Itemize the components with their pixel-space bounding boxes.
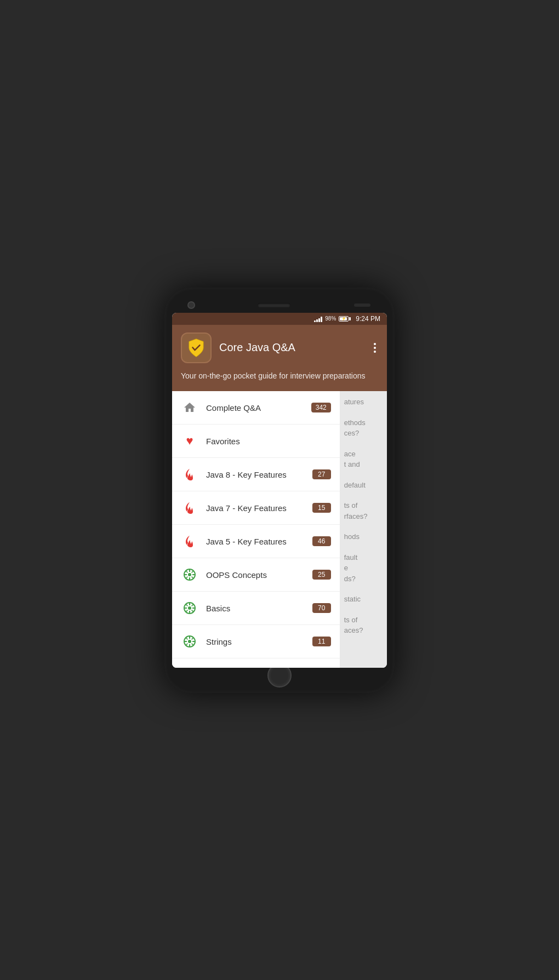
menu-item-oops[interactable]: OOPS Concepts 25: [172, 558, 340, 592]
status-time: 9:24 PM: [356, 315, 380, 323]
svg-line-17: [192, 610, 194, 612]
charging-bolt: ⚡: [341, 317, 346, 321]
status-bar: 98% ⚡ 9:24 PM: [172, 313, 387, 325]
svg-point-1: [188, 573, 191, 576]
right-panel-text: atures ethodsces? acet and default ts of…: [340, 391, 387, 641]
menu-item-basics[interactable]: Basics 70: [172, 592, 340, 625]
battery-icon: ⚡: [339, 316, 351, 322]
fire-icon-wrap-java7: [181, 499, 198, 517]
svg-line-8: [192, 571, 194, 573]
menu-label-oops: OOPS Concepts: [206, 570, 312, 580]
menu-label-java8: Java 8 - Key Features: [206, 470, 312, 479]
heart-icon: ♥: [186, 435, 193, 447]
heart-icon-wrap: ♥: [181, 432, 198, 450]
right-text-2: ethodsces?: [344, 417, 383, 439]
svg-line-26: [186, 638, 188, 640]
wheel-icon-wrap-oops: [181, 566, 198, 583]
right-content-panel: atures ethodsces? acet and default ts of…: [340, 391, 387, 667]
menu-badge-strings: 11: [312, 637, 331, 646]
app-header: Core Java Q&A Your on-the-go pocket guid…: [172, 325, 387, 392]
svg-line-27: [192, 644, 194, 646]
home-icon-wrap: [181, 399, 198, 416]
menu-badge-complete-qa: 342: [311, 403, 331, 412]
right-text-4: default: [344, 480, 383, 491]
phone-device: 98% ⚡ 9:24 PM: [164, 288, 395, 693]
signal-icon: [314, 316, 322, 322]
right-text-5: ts ofrfaces?: [344, 500, 383, 521]
wheel-icon-strings: [183, 635, 196, 648]
sensor: [354, 303, 370, 307]
wheel-icon-wrap-basics: [181, 599, 198, 617]
fire-icon-java7: [183, 501, 196, 514]
right-text-9: ts ofaces?: [344, 615, 383, 636]
wheel-icon-basics: [183, 601, 196, 615]
svg-point-11: [188, 606, 191, 610]
menu-badge-java5: 46: [312, 536, 331, 546]
wheel-icon-wrap-strings: [181, 633, 198, 650]
right-text-1: atures: [344, 397, 383, 408]
menu-item-favorites[interactable]: ♥ Favorites: [172, 425, 340, 458]
svg-line-19: [186, 610, 188, 612]
svg-line-18: [192, 604, 194, 606]
menu-item-collections[interactable]: Collections 57: [172, 658, 340, 667]
wheel-icon-oops: [183, 568, 196, 581]
right-text-7: faulteds?: [344, 552, 383, 584]
menu-label-java7: Java 7 - Key Features: [206, 503, 312, 513]
right-text-3: acet and: [344, 449, 383, 470]
phone-screen: 98% ⚡ 9:24 PM: [172, 313, 387, 668]
menu-badge-java7: 15: [312, 503, 331, 513]
menu-item-java5[interactable]: Java 5 - Key Features 46: [172, 525, 340, 558]
battery-percent: 98%: [325, 316, 336, 322]
menu-item-java8[interactable]: Java 8 - Key Features 27: [172, 458, 340, 491]
svg-line-29: [186, 644, 188, 646]
menu-badge-basics: 70: [312, 603, 331, 613]
menu-label-strings: Strings: [206, 637, 312, 646]
status-icons: 98% ⚡ 9:24 PM: [314, 315, 380, 323]
app-logo-row: Core Java Q&A: [181, 333, 295, 363]
earpiece-speaker: [258, 303, 290, 307]
menu-badge-oops: 25: [312, 570, 331, 580]
menu-label-java5: Java 5 - Key Features: [206, 537, 312, 546]
app-logo: [181, 333, 212, 363]
menu-label-favorites: Favorites: [206, 437, 331, 446]
right-text-8: static: [344, 594, 383, 605]
home-icon: [183, 401, 196, 414]
app-subtitle: Your on-the-go pocket guide for intervie…: [181, 371, 378, 382]
phone-bottom-bar: [172, 668, 387, 683]
menu-item-complete-qa[interactable]: Complete Q&A 342: [172, 391, 340, 425]
svg-line-16: [186, 604, 188, 606]
menu-label-basics: Basics: [206, 604, 312, 613]
more-options-button[interactable]: [372, 341, 378, 355]
menu-badge-java8: 27: [312, 469, 331, 479]
fire-icon-wrap-java5: [181, 532, 198, 550]
menu-label-complete-qa: Complete Q&A: [206, 403, 311, 412]
fire-icon-java5: [183, 535, 196, 548]
svg-line-6: [186, 571, 188, 573]
drawer-panel: Complete Q&A 342 ♥ Favorites: [172, 391, 340, 667]
fire-icon-wrap-java8: [181, 466, 198, 483]
wheel-icon-wrap-collections: [181, 666, 198, 667]
svg-point-21: [188, 640, 191, 643]
shield-check-icon: [186, 338, 206, 358]
front-camera: [189, 302, 194, 308]
fire-icon-java8: [183, 468, 196, 481]
menu-item-strings[interactable]: Strings 11: [172, 625, 340, 658]
svg-line-28: [192, 638, 194, 640]
menu-item-java7[interactable]: Java 7 - Key Features 15: [172, 491, 340, 525]
phone-top-physical: [172, 297, 387, 313]
app-title: Core Java Q&A: [219, 341, 295, 354]
svg-line-9: [186, 577, 188, 579]
right-text-6: hods: [344, 531, 383, 542]
screen-content: Complete Q&A 342 ♥ Favorites: [172, 391, 387, 667]
svg-line-7: [192, 577, 194, 579]
